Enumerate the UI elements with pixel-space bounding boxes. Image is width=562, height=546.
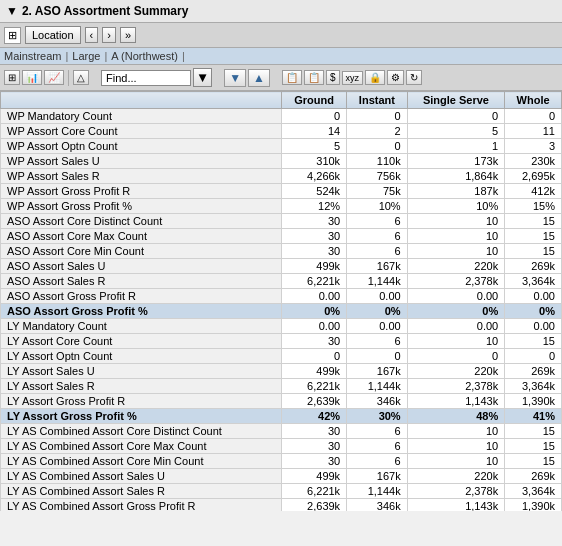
row-label: WP Mandatory Count <box>1 109 282 124</box>
collapse-arrow[interactable]: ▼ <box>6 4 18 18</box>
export-button[interactable]: 📋 <box>282 70 302 85</box>
cell-single-serve: 10 <box>407 244 505 259</box>
xyz-button[interactable]: xyz <box>342 71 364 85</box>
breadcrumb-mainstream[interactable]: Mainstream <box>4 50 61 62</box>
cell-whole: 0 <box>505 109 562 124</box>
table-row: LY AS Combined Assort Sales U499k167k220… <box>1 469 562 484</box>
row-label: LY Assort Sales U <box>1 364 282 379</box>
col-header-single-serve[interactable]: Single Serve <box>407 92 505 109</box>
dollar-button[interactable]: $ <box>326 70 340 85</box>
cell-ground: 310k <box>282 154 347 169</box>
cell-whole: 269k <box>505 364 562 379</box>
table-row: LY AS Combined Assort Sales R6,221k1,144… <box>1 484 562 499</box>
table-row: WP Assort Sales U310k110k173k230k <box>1 154 562 169</box>
chart-view-button[interactable]: 📊 <box>22 70 42 85</box>
table-row: LY Assort Sales R6,221k1,144k2,378k3,364… <box>1 379 562 394</box>
cell-whole: 15 <box>505 454 562 469</box>
breadcrumb-large[interactable]: Large <box>72 50 100 62</box>
grid-icon-box: ⊞ <box>4 27 21 44</box>
cell-instant: 0 <box>347 109 408 124</box>
data-table: Ground Instant Single Serve Whole WP Man… <box>0 91 562 511</box>
cell-instant: 110k <box>347 154 408 169</box>
cell-instant: 0 <box>347 349 408 364</box>
table-row: ASO Assort Core Max Count3061015 <box>1 229 562 244</box>
row-label: ASO Assort Sales U <box>1 259 282 274</box>
cell-ground: 6,221k <box>282 274 347 289</box>
cell-whole: 11 <box>505 124 562 139</box>
cell-whole: 15 <box>505 334 562 349</box>
cell-instant: 6 <box>347 424 408 439</box>
cell-whole: 3,364k <box>505 379 562 394</box>
cell-instant: 0.00 <box>347 319 408 334</box>
nav-prev-button[interactable]: ‹ <box>85 27 99 43</box>
row-label: ASO Assort Core Max Count <box>1 229 282 244</box>
nav-end-button[interactable]: » <box>120 27 136 43</box>
cell-ground: 524k <box>282 184 347 199</box>
cell-ground: 0 <box>282 109 347 124</box>
col-header-label <box>1 92 282 109</box>
row-label: LY AS Combined Assort Core Max Count <box>1 439 282 454</box>
col-header-instant[interactable]: Instant <box>347 92 408 109</box>
breadcrumb-northwest[interactable]: A (Northwest) <box>111 50 178 62</box>
table-row: WP Assort Gross Profit %12%10%10%15% <box>1 199 562 214</box>
cell-single-serve: 0% <box>407 304 505 319</box>
row-label: LY Assort Core Count <box>1 334 282 349</box>
row-label: LY AS Combined Assort Sales U <box>1 469 282 484</box>
table-row: LY AS Combined Assort Gross Profit R2,63… <box>1 499 562 512</box>
cell-single-serve: 10 <box>407 424 505 439</box>
cell-whole: 3 <box>505 139 562 154</box>
refresh-button[interactable]: ↻ <box>406 70 422 85</box>
cell-ground: 30 <box>282 214 347 229</box>
cell-ground: 30 <box>282 229 347 244</box>
cell-single-serve: 10 <box>407 439 505 454</box>
row-label: ASO Assort Gross Profit R <box>1 289 282 304</box>
find-dropdown-button[interactable]: ▼ <box>193 68 212 87</box>
cell-whole: 15% <box>505 199 562 214</box>
cell-instant: 346k <box>347 499 408 512</box>
cell-instant: 0 <box>347 139 408 154</box>
cell-instant: 167k <box>347 259 408 274</box>
row-label: WP Assort Gross Profit R <box>1 184 282 199</box>
toolbar-row-2: ⊞ 📊 📈 △ ▼ ▼ ▲ 📋 📋 $ xyz 🔒 ⚙ ↻ <box>0 65 562 91</box>
cell-single-serve: 0.00 <box>407 319 505 334</box>
grid-icon: ⊞ <box>8 29 17 42</box>
find-input[interactable] <box>101 70 191 86</box>
cell-single-serve: 10 <box>407 334 505 349</box>
cell-ground: 0 <box>282 349 347 364</box>
cell-ground: 30 <box>282 334 347 349</box>
row-label: ASO Assort Core Min Count <box>1 244 282 259</box>
nav-next-button[interactable]: › <box>102 27 116 43</box>
cell-single-serve: 1,143k <box>407 499 505 512</box>
row-label: WP Assort Optn Count <box>1 139 282 154</box>
location-button[interactable]: Location <box>25 26 81 44</box>
export2-button[interactable]: 📋 <box>304 70 324 85</box>
triangle-button[interactable]: △ <box>73 70 89 85</box>
cell-ground: 499k <box>282 364 347 379</box>
cell-whole: 269k <box>505 259 562 274</box>
cell-ground: 42% <box>282 409 347 424</box>
bar-chart-button[interactable]: 📈 <box>44 70 64 85</box>
table-view-button[interactable]: ⊞ <box>4 70 20 85</box>
cell-whole: 0.00 <box>505 289 562 304</box>
table-row: LY Mandatory Count0.000.000.000.00 <box>1 319 562 334</box>
cell-ground: 6,221k <box>282 379 347 394</box>
cell-single-serve: 2,378k <box>407 484 505 499</box>
cell-ground: 0.00 <box>282 289 347 304</box>
table-row: ASO Assort Core Distinct Count3061015 <box>1 214 562 229</box>
cell-instant: 75k <box>347 184 408 199</box>
cell-instant: 167k <box>347 469 408 484</box>
table-row: ASO Assort Gross Profit R0.000.000.000.0… <box>1 289 562 304</box>
col-header-whole[interactable]: Whole <box>505 92 562 109</box>
cell-whole: 15 <box>505 229 562 244</box>
table-row: LY AS Combined Assort Core Min Count3061… <box>1 454 562 469</box>
col-header-ground[interactable]: Ground <box>282 92 347 109</box>
cell-single-serve: 0 <box>407 109 505 124</box>
lock-button[interactable]: 🔒 <box>365 70 385 85</box>
scroll-up-button[interactable]: ▲ <box>248 69 270 87</box>
cell-instant: 10% <box>347 199 408 214</box>
settings-button[interactable]: ⚙ <box>387 70 404 85</box>
table-container: Ground Instant Single Serve Whole WP Man… <box>0 91 562 511</box>
cell-whole: 2,695k <box>505 169 562 184</box>
scroll-down-button[interactable]: ▼ <box>224 69 246 87</box>
cell-ground: 30 <box>282 454 347 469</box>
